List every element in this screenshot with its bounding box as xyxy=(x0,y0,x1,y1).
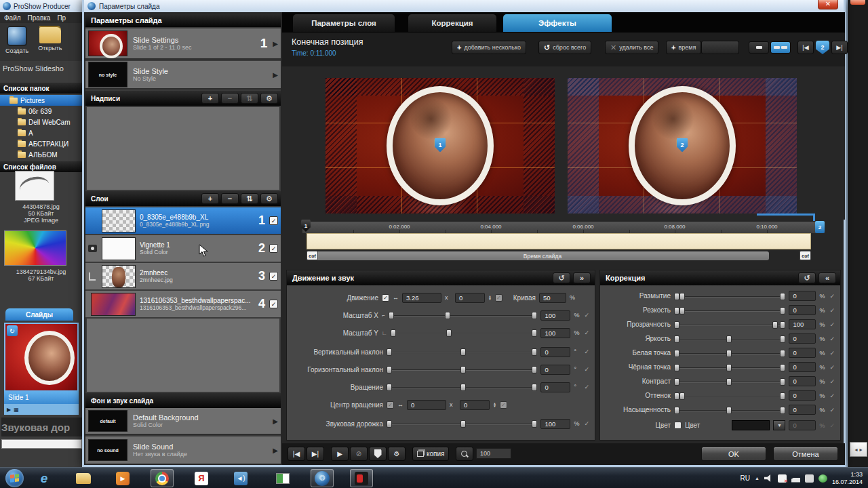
menu-edit[interactable]: Правка xyxy=(28,14,51,22)
scale-x-slider[interactable] xyxy=(389,311,538,319)
taskbar-explorer[interactable] xyxy=(72,469,95,487)
motion-lock-checkbox[interactable]: ✓ xyxy=(495,294,502,302)
reset-panel-button[interactable]: ↺ xyxy=(553,272,570,283)
slide1-buttons[interactable]: ▶▦ xyxy=(4,404,79,415)
main-close-button[interactable] xyxy=(850,0,865,5)
brightness-slider[interactable] xyxy=(674,335,785,343)
layer1-visible-checkbox[interactable]: ✓ xyxy=(269,216,278,225)
slides-tab[interactable]: Слайды xyxy=(5,308,73,321)
keyframe-check-icon[interactable]: ✓ xyxy=(829,422,835,429)
captions-empty-list[interactable] xyxy=(87,107,279,190)
blur-value[interactable]: 0 xyxy=(789,291,816,301)
blur-slider[interactable] xyxy=(674,292,785,300)
slide1-thumbnail[interactable]: ↻ xyxy=(4,323,79,390)
center-x-input[interactable]: 0 xyxy=(407,400,446,410)
reorder-layer-button[interactable]: ⇅ xyxy=(241,193,258,204)
saturation-value[interactable]: 0 xyxy=(789,405,816,415)
settings-button[interactable]: ⚙ xyxy=(388,447,406,461)
prev-keyframe-button[interactable]: |◀ xyxy=(797,41,814,54)
default-background-item[interactable]: default Default Background Solid Color ▶ xyxy=(85,408,281,435)
taskbar-window-app[interactable] xyxy=(271,469,294,487)
tray-antivirus-icon[interactable] xyxy=(818,474,827,483)
preview-keyframe-2[interactable]: 2 xyxy=(568,78,797,214)
scale-y-slider[interactable] xyxy=(391,329,538,337)
add-caption-button[interactable]: + xyxy=(201,93,219,104)
tray-device-icon[interactable] xyxy=(805,474,814,483)
zoom-input[interactable] xyxy=(476,448,511,459)
soundtrack-slider[interactable] xyxy=(387,420,537,428)
layer-row-3[interactable]: 2mnheec 2mnheec.jpg 3 ✓ xyxy=(85,263,281,290)
cancel-button[interactable]: Отмена xyxy=(773,447,838,461)
play-button[interactable]: ▶ xyxy=(331,447,349,461)
sharpness-value[interactable]: 0 xyxy=(789,305,816,315)
layer-row-2[interactable]: Vignette 1 Solid Color 2 ✓ xyxy=(85,235,281,262)
timeline-keyframe-2[interactable]: 2 xyxy=(815,221,825,233)
file2-name[interactable]: 1384279134bv.jpg xyxy=(0,268,82,275)
tab-layer-settings[interactable]: Параметры слоя xyxy=(293,14,395,32)
folder-item[interactable]: 06г 639 xyxy=(0,106,82,117)
keyframe-check-icon[interactable]: ✓ xyxy=(584,420,589,427)
hue-value[interactable]: 0 xyxy=(789,390,816,401)
keyframe-check-icon[interactable]: ✓ xyxy=(584,312,589,319)
ok-button[interactable]: OK xyxy=(701,447,766,461)
main-window-titlebar[interactable]: ProShow Producer xyxy=(0,0,84,12)
center-lock-checkbox[interactable]: ✓ xyxy=(500,401,507,409)
hue-slider[interactable] xyxy=(674,392,785,400)
menu-file[interactable]: Файл xyxy=(4,14,21,22)
keyframe-check-icon[interactable]: ✓ xyxy=(829,307,835,314)
curve-input[interactable]: 50 xyxy=(539,293,566,303)
keyframe-check-icon[interactable]: ✓ xyxy=(584,384,589,390)
color-value[interactable]: 0 xyxy=(789,420,816,430)
brightness-value[interactable]: 0 xyxy=(789,333,816,344)
taskbar-media-player[interactable]: ▶ xyxy=(111,469,134,487)
keyframe-check-icon[interactable]: ✓ xyxy=(829,336,835,342)
taskbar-chrome[interactable] xyxy=(151,469,174,487)
link-chain-icon[interactable]: ⌐ xyxy=(382,312,385,319)
slide-time-bar[interactable]: Время слайда xyxy=(316,251,769,260)
folder-item[interactable]: A xyxy=(0,127,82,138)
color-swatch[interactable] xyxy=(732,420,770,430)
motion-checkbox[interactable]: ✓ xyxy=(382,294,389,302)
copy-button[interactable]: копия xyxy=(412,447,449,461)
soundtrack-value[interactable]: 100 xyxy=(540,419,570,429)
keyframe-check-icon[interactable]: ✓ xyxy=(829,293,835,300)
color-dropdown-button[interactable]: ▼ xyxy=(773,420,785,430)
zoom-button[interactable] xyxy=(456,447,473,461)
open-button[interactable]: Открыть xyxy=(38,26,62,58)
keyframe-check-icon[interactable]: ✓ xyxy=(829,407,835,413)
slide-style-item[interactable]: no style Slide Style No Style ▶ xyxy=(85,61,281,89)
add-layer-button[interactable]: + xyxy=(201,193,219,204)
expand-arrow-icon[interactable]: ▶ xyxy=(273,71,278,79)
keyframe-check-icon[interactable]: ✓ xyxy=(584,329,589,336)
horizontal-tilt-value[interactable]: 0 xyxy=(540,365,570,375)
rotation-slider[interactable] xyxy=(387,383,537,391)
timeline-ruler[interactable]: 0:02.000 0:04.000 0:06.000 0:08.000 0:10… xyxy=(302,221,825,233)
preview-keyframe-1[interactable]: 1 xyxy=(326,78,555,214)
file-thumbnail-rainbow[interactable] xyxy=(4,230,66,266)
sharpness-slider[interactable] xyxy=(674,306,785,314)
keyframe-check-icon[interactable]: ✓ xyxy=(829,364,835,371)
taskbar-volume-app[interactable]: ◄) xyxy=(229,469,252,487)
file-thumbnail[interactable] xyxy=(15,171,54,201)
reorder-caption-button[interactable]: ⇅ xyxy=(241,93,258,104)
scale-y-value[interactable]: 100 xyxy=(540,328,570,338)
link-chain-icon[interactable]: ∟ xyxy=(382,330,387,336)
scale-x-value[interactable]: 100 xyxy=(540,310,570,321)
tab-effects[interactable]: Эффекты xyxy=(503,14,612,32)
motion-y-input[interactable]: 0 xyxy=(455,293,485,303)
timeline-span-bar[interactable] xyxy=(307,233,811,249)
vertical-tilt-slider[interactable] xyxy=(387,348,537,356)
opacity-slider[interactable] xyxy=(674,321,785,329)
cut-marker-right[interactable]: cut xyxy=(800,251,811,260)
cut-marker-left[interactable]: cut xyxy=(307,251,318,260)
tray-action-center-icon[interactable] xyxy=(778,474,787,483)
view-toggle-single[interactable] xyxy=(749,41,769,54)
close-button[interactable]: ✕ xyxy=(818,0,838,9)
black-point-value[interactable]: 0 xyxy=(789,362,816,372)
reset-panel-button[interactable]: ↺ xyxy=(798,272,816,283)
go-end-button[interactable]: ▶| xyxy=(307,447,324,461)
contrast-value[interactable]: 0 xyxy=(789,376,816,386)
keyframe-check-icon[interactable]: ✓ xyxy=(584,348,589,355)
center-checkbox[interactable]: ✓ xyxy=(387,401,394,409)
horizontal-tilt-slider[interactable] xyxy=(387,365,537,373)
